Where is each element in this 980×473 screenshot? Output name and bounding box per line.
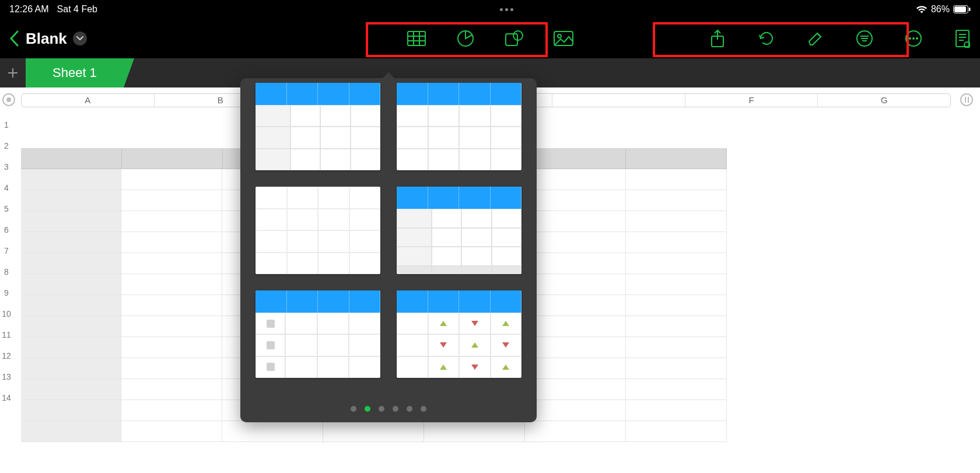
organize-button[interactable]: [854, 28, 875, 49]
table-style-option-2[interactable]: [397, 83, 522, 170]
cell[interactable]: [21, 379, 121, 400]
table-style-option-1[interactable]: [256, 83, 380, 170]
select-all-handle[interactable]: [2, 93, 15, 106]
row-header[interactable]: 10: [0, 303, 13, 324]
pager-dot[interactable]: [393, 406, 398, 412]
sheet-tab-active[interactable]: Sheet 1: [26, 58, 124, 87]
cell[interactable]: [121, 337, 222, 358]
row-header[interactable]: 9: [0, 282, 13, 303]
cell[interactable]: [121, 274, 222, 295]
document-title[interactable]: Blank: [26, 30, 67, 48]
cell[interactable]: [626, 232, 727, 253]
cell[interactable]: [222, 421, 323, 442]
cell[interactable]: [21, 358, 121, 379]
cell[interactable]: [525, 379, 626, 400]
more-button[interactable]: [903, 28, 924, 49]
row-header[interactable]: 14: [0, 387, 13, 408]
cell[interactable]: [626, 253, 727, 274]
table-style-option-3[interactable]: [256, 187, 380, 274]
cell[interactable]: [626, 211, 727, 232]
cell[interactable]: [122, 148, 223, 169]
cell[interactable]: [121, 253, 222, 274]
cell[interactable]: [626, 316, 727, 337]
cell[interactable]: [121, 421, 222, 442]
cell[interactable]: [424, 421, 525, 442]
cell[interactable]: [525, 232, 626, 253]
insert-chart-button[interactable]: [455, 28, 476, 49]
row-header[interactable]: 7: [0, 240, 13, 261]
cell[interactable]: [626, 169, 727, 190]
cell[interactable]: [626, 295, 727, 316]
document-settings-button[interactable]: [952, 28, 973, 49]
cell[interactable]: [525, 337, 626, 358]
cell[interactable]: [121, 379, 222, 400]
row-headers[interactable]: 1234567891011121314: [0, 114, 13, 408]
cell[interactable]: [525, 274, 626, 295]
cell[interactable]: [525, 253, 626, 274]
document-menu-dropdown[interactable]: [73, 31, 87, 45]
row-header[interactable]: 12: [0, 345, 13, 366]
undo-button[interactable]: [756, 28, 777, 49]
cell[interactable]: [525, 148, 626, 169]
table-style-option-6[interactable]: [397, 290, 522, 378]
cell[interactable]: [21, 421, 121, 442]
cell[interactable]: [626, 400, 727, 421]
cell[interactable]: [21, 190, 121, 211]
row-header[interactable]: 5: [0, 198, 13, 219]
row-header[interactable]: 6: [0, 219, 13, 240]
multitask-dots[interactable]: [97, 8, 916, 11]
table-style-option-5[interactable]: [256, 290, 380, 378]
add-column-handle[interactable]: [960, 93, 973, 106]
col-header[interactable]: F: [685, 94, 818, 107]
pager-dot[interactable]: [421, 406, 426, 412]
pager-dot[interactable]: [407, 406, 412, 412]
row-header[interactable]: 3: [0, 156, 13, 177]
cell[interactable]: [121, 358, 222, 379]
pager-dot[interactable]: [351, 406, 356, 412]
cell[interactable]: [626, 148, 727, 169]
cell[interactable]: [21, 211, 121, 232]
share-button[interactable]: [707, 28, 728, 49]
cell[interactable]: [525, 190, 626, 211]
cell[interactable]: [21, 253, 121, 274]
cell[interactable]: [626, 421, 727, 442]
row-header[interactable]: 11: [0, 324, 13, 345]
cell[interactable]: [121, 316, 222, 337]
col-header[interactable]: G: [818, 94, 950, 107]
pager-dot[interactable]: [379, 406, 384, 412]
format-brush-button[interactable]: [805, 28, 826, 49]
cell[interactable]: [21, 274, 121, 295]
cell[interactable]: [626, 274, 727, 295]
pager-dot[interactable]: [365, 406, 370, 412]
cell[interactable]: [626, 190, 727, 211]
cell[interactable]: [21, 400, 121, 421]
cell[interactable]: [121, 190, 222, 211]
cell[interactable]: [626, 358, 727, 379]
cell[interactable]: [323, 421, 424, 442]
cell[interactable]: [121, 232, 222, 253]
cell[interactable]: [525, 211, 626, 232]
insert-shape-button[interactable]: [504, 28, 525, 49]
cell[interactable]: [21, 316, 121, 337]
cell[interactable]: [21, 295, 121, 316]
cell[interactable]: [525, 295, 626, 316]
cell[interactable]: [121, 169, 222, 190]
cell[interactable]: [525, 358, 626, 379]
cell[interactable]: [21, 148, 122, 169]
cell[interactable]: [21, 232, 121, 253]
cell[interactable]: [525, 400, 626, 421]
add-sheet-button[interactable]: [0, 58, 26, 87]
row-header[interactable]: 4: [0, 177, 13, 198]
cell[interactable]: [21, 337, 121, 358]
cell[interactable]: [525, 421, 626, 442]
back-button[interactable]: [7, 27, 21, 50]
cell[interactable]: [121, 211, 222, 232]
cell[interactable]: [21, 169, 121, 190]
col-header[interactable]: [552, 94, 685, 107]
row-header[interactable]: 8: [0, 261, 13, 282]
cell[interactable]: [121, 295, 222, 316]
cell[interactable]: [626, 337, 727, 358]
insert-table-button[interactable]: [406, 28, 427, 49]
cell[interactable]: [525, 316, 626, 337]
cell[interactable]: [626, 379, 727, 400]
